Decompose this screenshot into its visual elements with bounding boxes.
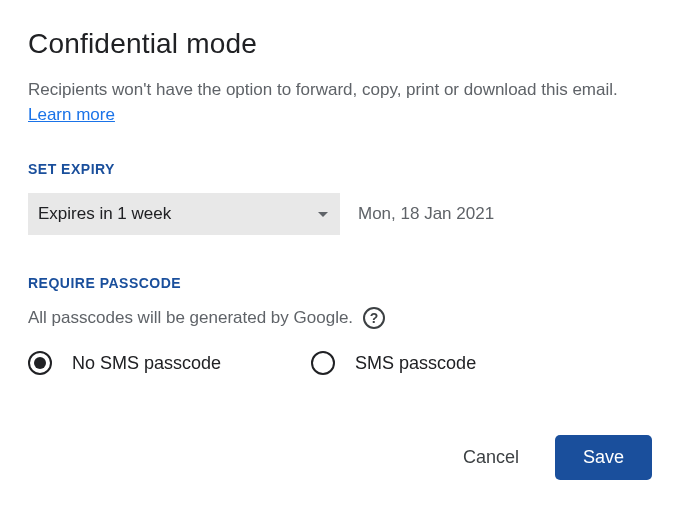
- passcode-description: All passcodes will be generated by Googl…: [28, 308, 353, 328]
- save-button[interactable]: Save: [555, 435, 652, 480]
- radio-label-no-sms: No SMS passcode: [72, 353, 221, 374]
- chevron-down-icon: [318, 212, 328, 217]
- expiry-date: Mon, 18 Jan 2021: [358, 204, 494, 224]
- learn-more-link[interactable]: Learn more: [28, 105, 115, 124]
- require-passcode-header: REQUIRE PASSCODE: [28, 275, 652, 291]
- dialog-description: Recipients won't have the option to forw…: [28, 78, 652, 127]
- expiry-select[interactable]: Expires in 1 week: [28, 193, 340, 235]
- set-expiry-header: SET EXPIRY: [28, 161, 652, 177]
- radio-label-sms: SMS passcode: [355, 353, 476, 374]
- dialog-title: Confidential mode: [28, 28, 652, 60]
- passcode-description-row: All passcodes will be generated by Googl…: [28, 307, 652, 329]
- cancel-button[interactable]: Cancel: [455, 437, 527, 478]
- passcode-radio-group: No SMS passcode SMS passcode: [28, 351, 652, 375]
- radio-icon: [28, 351, 52, 375]
- radio-option-sms[interactable]: SMS passcode: [311, 351, 476, 375]
- description-text: Recipients won't have the option to forw…: [28, 80, 618, 99]
- radio-option-no-sms[interactable]: No SMS passcode: [28, 351, 221, 375]
- radio-icon: [311, 351, 335, 375]
- expiry-select-value: Expires in 1 week: [38, 204, 171, 224]
- expiry-row: Expires in 1 week Mon, 18 Jan 2021: [28, 193, 652, 235]
- dialog-button-row: Cancel Save: [28, 435, 652, 480]
- help-icon[interactable]: ?: [363, 307, 385, 329]
